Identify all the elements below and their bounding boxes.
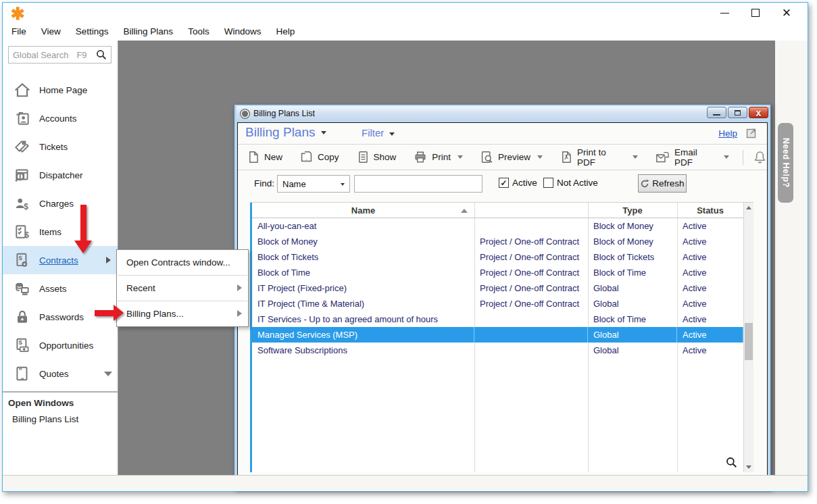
column-header-type[interactable]: Type (588, 203, 677, 218)
table-search-icon[interactable] (726, 457, 737, 468)
menu-item-view[interactable]: View (34, 26, 68, 36)
find-field-select[interactable]: Name (277, 175, 350, 193)
child-minimize-button[interactable] (707, 107, 726, 118)
app-window: ✱ × FileViewSettingsBilling PlansToolsWi… (2, 2, 808, 492)
menu-item-file[interactable]: File (4, 26, 34, 36)
scroll-up-button[interactable] (744, 203, 753, 213)
open-windows-panel: Open Windows Billing Plans List (3, 391, 118, 475)
scroll-down-button[interactable] (744, 462, 753, 472)
contracts-icon: $ (14, 251, 31, 269)
column-header-label: Type (622, 205, 642, 216)
menu-bar: FileViewSettingsBilling PlansToolsWindow… (3, 22, 808, 41)
help-link[interactable]: Help (718, 128, 737, 138)
table-cell: Global (588, 343, 677, 358)
checkbox-checked-icon: ✓ (499, 178, 509, 188)
global-search-input[interactable]: Global Search F9 (8, 46, 112, 64)
copy-button[interactable]: Copy (300, 151, 339, 163)
table-row-block-of-time[interactable]: Block of TimeProject / One-off ContractB… (252, 265, 743, 280)
context-menu-item-open-contracts-window[interactable]: Open Contracts window... (117, 250, 248, 275)
sidebar-item-dispatcher[interactable]: Dispatcher (3, 161, 118, 189)
table-cell: Active (677, 218, 743, 234)
maximize-button[interactable] (740, 3, 771, 23)
sidebar-item-charges[interactable]: $Charges (3, 189, 118, 218)
toolbar-button-label: Preview (498, 152, 530, 162)
sidebar-item-contracts[interactable]: $Contracts (3, 246, 118, 274)
chevron-down-icon[interactable] (724, 155, 729, 159)
column-header-blank[interactable] (474, 203, 588, 218)
child-restore-button[interactable] (728, 107, 747, 118)
dispatcher-icon (14, 166, 31, 184)
table-row-it-project-time-material[interactable]: IT Project (Time & Material)Project / On… (252, 296, 743, 311)
table-row-managed-services-msp[interactable]: Managed Services (MSP)GlobalActive (252, 327, 743, 343)
menu-item-tools[interactable]: Tools (180, 26, 217, 36)
contracts-context-menu: Open Contracts window...RecentBilling Pl… (116, 249, 249, 327)
active-checkbox[interactable]: ✓ Active (499, 178, 537, 188)
preview-button[interactable]: Preview (480, 151, 543, 163)
sidebar-item-items[interactable]: $Items (3, 218, 118, 246)
table-row-it-services-up-to-an-agreed-amount-of-hours[interactable]: IT Services - Up to an agreed amount of … (252, 311, 743, 327)
child-titlebar[interactable]: Billing Plans List (237, 106, 768, 121)
svg-text:$: $ (24, 202, 28, 211)
table-cell: Project / One-off Contract (474, 280, 588, 296)
menu-item-help[interactable]: Help (268, 26, 302, 36)
need-help-tab[interactable]: Need Help? (778, 123, 793, 203)
vertical-scrollbar[interactable] (743, 203, 753, 472)
chevron-down-icon[interactable] (457, 155, 463, 159)
view-selector-dropdown[interactable]: Billing Plans (245, 125, 326, 140)
minimize-icon (720, 13, 729, 14)
print-button[interactable]: Print (414, 151, 463, 163)
chevron-down-icon[interactable] (104, 372, 112, 376)
billing-plans-list-window: Billing Plans List x Billing Plans Filte… (234, 104, 771, 489)
table-cell (474, 218, 588, 234)
refresh-button[interactable]: Refresh (638, 174, 687, 193)
sidebar-item-assets[interactable]: Assets (3, 274, 118, 303)
table-row-block-of-tickets[interactable]: Block of TicketsProject / One-off Contra… (252, 249, 743, 265)
column-header-status[interactable]: Status (677, 203, 743, 218)
table-row-block-of-money[interactable]: Block of MoneyProject / One-off Contract… (252, 234, 743, 249)
chevron-down-icon[interactable] (633, 155, 638, 159)
context-menu-item-label: Open Contracts window... (126, 257, 230, 268)
find-search-input[interactable] (354, 175, 482, 193)
search-icon[interactable] (96, 49, 107, 60)
not-active-checkbox[interactable]: Not Active (543, 178, 598, 188)
sidebar-item-accounts[interactable]: Accounts (3, 104, 118, 132)
menu-item-billing-plans[interactable]: Billing Plans (116, 26, 181, 36)
sidebar-item-quotes[interactable]: ”„Quotes (3, 359, 118, 388)
table-row-all-you-can-eat[interactable]: All-you-can-eatBlock of MoneyActive (252, 218, 743, 234)
open-window-item-billing-plans-list[interactable]: Billing Plans List (3, 408, 118, 424)
filter-dropdown[interactable]: Filter (362, 127, 395, 138)
table-row-it-project-fixed-price[interactable]: IT Project (Fixed-price)Project / One-of… (252, 280, 743, 296)
new-button[interactable]: New (247, 151, 282, 163)
context-menu-item-billing-plans[interactable]: Billing Plans... (117, 301, 248, 326)
sidebar-item-opportunities[interactable]: $Opportunities (3, 331, 118, 359)
chevron-down-icon[interactable] (537, 155, 543, 159)
table-row-software-subscriptions[interactable]: Software SubscriptionsGlobalActive (252, 343, 743, 358)
minimize-button[interactable] (709, 3, 740, 23)
child-close-button[interactable]: x (749, 107, 768, 118)
context-menu-item-recent[interactable]: Recent (117, 276, 248, 301)
print-to-pdf-button[interactable]: Print to PDF (560, 147, 638, 168)
menu-item-settings[interactable]: Settings (68, 26, 116, 36)
refresh-icon (640, 179, 649, 188)
status-bar (3, 475, 808, 491)
svg-text:$: $ (24, 230, 29, 240)
scrollbar-thumb[interactable] (745, 323, 753, 360)
bell-icon[interactable] (753, 150, 767, 164)
submenu-arrow-icon (106, 257, 111, 263)
column-header-name[interactable]: Name (252, 203, 474, 218)
charges-icon: $ (14, 195, 31, 212)
table-cell: Active (677, 296, 743, 311)
close-button[interactable]: × (771, 3, 802, 23)
sidebar-item-home-page[interactable]: Home Page (3, 76, 118, 104)
table-cell: Active (677, 249, 743, 265)
menu-item-windows[interactable]: Windows (217, 26, 269, 36)
email-pdf-button[interactable]: Email PDF (655, 147, 729, 168)
external-link-icon[interactable] (746, 127, 758, 138)
sidebar-item-tickets[interactable]: Tickets (3, 132, 118, 161)
open-windows-title: Open Windows (3, 393, 118, 408)
table-cell: Block of Time (252, 265, 474, 280)
table-cell: Active (677, 265, 743, 280)
table-cell: Project / One-off Contract (474, 296, 588, 311)
show-button[interactable]: Show (357, 151, 397, 163)
toolbar-button-label: Email PDF (674, 147, 717, 168)
